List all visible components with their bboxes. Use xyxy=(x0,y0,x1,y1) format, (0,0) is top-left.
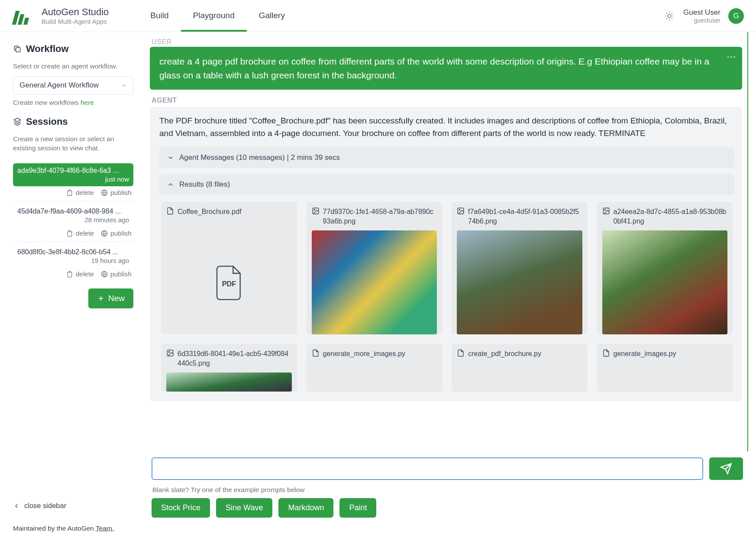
sessions-list: ada9e3bf-4079-4f66-8c8e-6a3 ... just now… xyxy=(13,161,133,282)
suggestion-markdown[interactable]: Markdown xyxy=(278,498,333,518)
image-icon xyxy=(166,349,174,357)
globe-icon xyxy=(101,230,108,237)
image-icon xyxy=(602,207,610,215)
trash-icon xyxy=(66,271,73,278)
pdf-thumbnail: PDF xyxy=(166,230,292,334)
file-name: a24eea2a-8d7c-4855-a1a8-953b08b0bf41.png xyxy=(614,207,728,226)
file-name: f7a649b1-ce4a-4d5f-91a3-0085b2f574b6.png xyxy=(468,207,582,226)
image-thumbnail xyxy=(457,230,582,334)
user-message-text: create a 4 page pdf brochure on coffee f… xyxy=(159,56,709,80)
file-name: 6d3319d6-8041-49e1-acb5-439f084440c5.png xyxy=(178,349,292,368)
suggestion-sine-wave[interactable]: Sine Wave xyxy=(216,498,272,518)
session-row[interactable]: 45d4da7e-f9aa-4609-a408-984 ... 28 minut… xyxy=(13,204,133,227)
close-sidebar-button[interactable]: close sidebar xyxy=(13,484,133,510)
session-delete-button[interactable]: delete xyxy=(66,189,94,197)
avatar[interactable]: G xyxy=(728,8,744,24)
app-title: AutoGen Studio xyxy=(42,6,109,18)
file-card[interactable]: a24eea2a-8d7c-4855-a1a8-953b08b0bf41.png xyxy=(597,202,733,334)
trash-icon xyxy=(66,189,73,196)
session-publish-button[interactable]: publish xyxy=(101,270,132,278)
chat-area: USER create a 4 page pdf brochure on cof… xyxy=(146,32,756,518)
file-icon xyxy=(457,349,465,357)
chevron-up-icon xyxy=(167,181,174,188)
image-icon xyxy=(457,207,465,215)
agent-message-block: The PDF brochure titled "Coffee_Brochure… xyxy=(150,107,742,401)
layers-icon xyxy=(13,117,22,126)
results-grid: Coffee_Brochure.pdf PDF 77d9370c-1fe1-46… xyxy=(159,201,734,392)
chevron-left-icon xyxy=(13,502,20,509)
app-subtitle: Build Multi-Agent Apps xyxy=(42,18,109,25)
file-card[interactable]: create_pdf_brochure.py xyxy=(452,344,588,392)
suggestion-row: Stock Price Sine Wave Markdown Paint xyxy=(152,498,743,518)
new-session-button[interactable]: New xyxy=(88,288,133,308)
file-name: generate_images.py xyxy=(614,349,676,359)
session-delete-button[interactable]: delete xyxy=(66,270,94,278)
create-workflow-here-link[interactable]: here xyxy=(81,99,94,106)
image-thumbnail xyxy=(602,230,728,334)
file-card[interactable]: Coffee_Brochure.pdf PDF xyxy=(161,202,297,334)
file-card[interactable]: generate_images.py xyxy=(597,344,733,392)
session-item: 680d8f0c-3e8f-4bb2-8c06-b54 ... 19 hours… xyxy=(13,242,133,282)
user-name: Guest User guestuser xyxy=(683,8,720,24)
image-thumbnail xyxy=(312,230,437,334)
session-publish-button[interactable]: publish xyxy=(101,230,132,237)
file-name: Coffee_Brochure.pdf xyxy=(178,207,241,217)
suggestion-stock-price[interactable]: Stock Price xyxy=(152,498,210,518)
send-button[interactable] xyxy=(709,457,743,480)
session-time: just now xyxy=(17,175,129,183)
suggestion-paint[interactable]: Paint xyxy=(339,498,376,518)
role-agent-label: AGENT xyxy=(152,97,742,104)
svg-point-7 xyxy=(314,209,315,210)
copy-icon xyxy=(13,45,22,53)
workflow-title: Workflow xyxy=(26,43,69,55)
session-row-active[interactable]: ada9e3bf-4079-4f66-8c8e-6a3 ... just now xyxy=(13,163,133,186)
session-id: 680d8f0c-3e8f-4bb2-8c06-b54 ... xyxy=(17,248,129,256)
sessions-desc: Create a new session or select an existi… xyxy=(13,134,133,153)
session-item: ada9e3bf-4079-4f66-8c8e-6a3 ... just now… xyxy=(13,163,133,201)
role-user-label: USER xyxy=(152,38,742,46)
sidebar: Workflow Select or create an agent workf… xyxy=(0,32,146,518)
send-icon xyxy=(720,463,732,475)
svg-point-11 xyxy=(604,209,605,210)
create-workflow-link: Create new workflows here xyxy=(13,99,133,107)
session-row[interactable]: 680d8f0c-3e8f-4bb2-8c06-b54 ... 19 hours… xyxy=(13,245,133,268)
topbar: AutoGen Studio Build Multi-Agent Apps Bu… xyxy=(0,0,756,32)
theme-toggle-icon[interactable] xyxy=(663,10,675,22)
file-name: 77d9370c-1fe1-4658-a79a-ab7890c93a6b.png xyxy=(323,207,437,226)
message-more-icon[interactable]: ⋯ xyxy=(727,49,737,64)
user-handle: guestuser xyxy=(683,17,720,24)
session-id: 45d4da7e-f9aa-4609-a408-984 ... xyxy=(17,207,129,215)
file-icon xyxy=(166,207,174,215)
session-delete-button[interactable]: delete xyxy=(66,230,94,237)
session-id: ada9e3bf-4079-4f66-8c8e-6a3 ... xyxy=(17,167,129,175)
brand: AutoGen Studio Build Multi-Agent Apps xyxy=(42,6,109,25)
footer-team-link[interactable]: Team. xyxy=(96,525,114,532)
agent-message-text: The PDF brochure titled "Coffee_Brochure… xyxy=(159,115,734,139)
nav-tabs: Build Playground Gallery xyxy=(138,0,297,32)
file-name: create_pdf_brochure.py xyxy=(468,349,541,359)
file-card[interactable]: 77d9370c-1fe1-4658-a79a-ab7890c93a6b.png xyxy=(307,202,443,334)
plus-icon xyxy=(97,295,105,302)
message-input[interactable] xyxy=(152,457,703,480)
tab-build[interactable]: Build xyxy=(138,0,181,32)
file-card[interactable]: f7a649b1-ce4a-4d5f-91a3-0085b2f574b6.png xyxy=(452,202,588,334)
file-card[interactable]: 6d3319d6-8041-49e1-acb5-439f084440c5.png xyxy=(161,344,297,392)
session-publish-button[interactable]: publish xyxy=(101,189,132,197)
file-name: generate_more_images.py xyxy=(323,349,405,359)
sessions-title: Sessions xyxy=(26,116,68,127)
tab-playground[interactable]: Playground xyxy=(181,0,247,32)
sessions-heading: Sessions xyxy=(13,116,133,127)
results-collapse[interactable]: Results (8 files) xyxy=(159,174,734,195)
workflow-heading: Workflow xyxy=(13,43,133,55)
agent-messages-collapse[interactable]: Agent Messages (10 messages) | 2 mins 39… xyxy=(159,147,734,168)
session-time: 28 minutes ago xyxy=(17,216,129,224)
workflow-select[interactable]: General Agent Workflow xyxy=(13,76,133,94)
pdf-icon: PDF xyxy=(213,264,245,301)
svg-point-13 xyxy=(168,351,169,352)
svg-rect-1 xyxy=(16,48,20,52)
session-time: 19 hours ago xyxy=(17,257,129,264)
file-card[interactable]: generate_more_images.py xyxy=(307,344,443,392)
workflow-desc: Select or create an agent workflow. xyxy=(13,62,133,71)
svg-point-0 xyxy=(668,14,671,18)
tab-gallery[interactable]: Gallery xyxy=(247,0,297,32)
